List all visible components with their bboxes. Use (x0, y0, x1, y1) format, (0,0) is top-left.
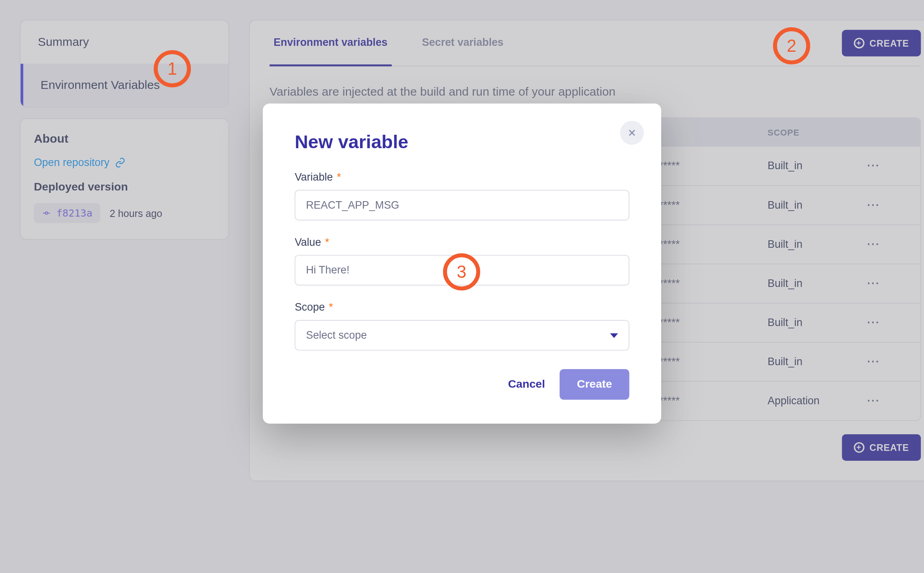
create-submit-button[interactable]: Create (560, 369, 629, 400)
variable-name-input[interactable] (295, 190, 630, 221)
scope-field-label: Scope* (295, 302, 630, 313)
modal-actions: Cancel Create (295, 369, 630, 400)
scope-placeholder: Select scope (306, 329, 367, 341)
modal-title: New variable (295, 132, 630, 153)
close-modal-button[interactable] (620, 121, 644, 145)
cancel-button[interactable]: Cancel (508, 378, 545, 391)
chevron-down-icon (610, 333, 618, 338)
annotation-2: 2 (773, 27, 810, 64)
variable-field-label: Variable* (295, 171, 630, 183)
annotation-1: 1 (154, 50, 191, 87)
close-icon (627, 128, 637, 138)
scope-select[interactable]: Select scope (295, 320, 630, 351)
value-field-label: Value* (295, 236, 630, 248)
annotation-3: 3 (443, 253, 480, 290)
